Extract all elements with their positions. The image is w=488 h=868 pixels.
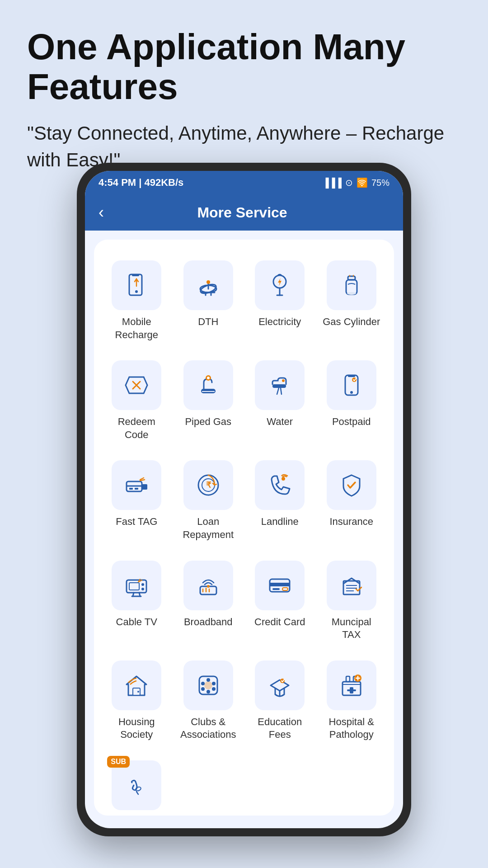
service-item-municipal-tax[interactable]: Muncipal TAX (318, 553, 385, 649)
education-fees-label: Education Fees (250, 716, 310, 741)
service-item-piped-gas[interactable]: Piped Gas (175, 353, 242, 448)
water-icon-box (255, 360, 305, 410)
credit-card-label: Credit Card (254, 616, 305, 629)
credit-card-icon-box (255, 561, 305, 610)
fast-tag-icon-box (112, 460, 161, 510)
subscription-fees-icon-box: SUB (112, 760, 161, 810)
service-item-cable-tv[interactable]: Cable TV (103, 553, 170, 649)
svg-point-20 (350, 391, 353, 394)
postpaid-label: Postpaid (332, 415, 371, 429)
svg-point-38 (207, 585, 210, 588)
mobile-recharge-icon-box (112, 260, 161, 310)
service-item-fast-tag[interactable]: Fast TAG (103, 453, 170, 548)
service-item-subscription-fees[interactable]: SUB SubscriptionFees (103, 753, 170, 816)
service-item-mobile-recharge[interactable]: MobileRecharge (103, 253, 170, 349)
service-item-broadband[interactable]: Broadband (175, 553, 242, 649)
water-label: Water (267, 415, 293, 429)
service-item-education-fees[interactable]: Education Fees (246, 653, 314, 749)
svg-point-29 (282, 477, 285, 481)
phone-inner: 4:54 PM | 492KB/s ▐▐▐ ⊙ 🛜 75% ‹ More Ser… (85, 171, 403, 828)
service-item-hospital-pathology[interactable]: Hospital &Pathology (318, 653, 385, 749)
svg-point-13 (207, 377, 210, 379)
hospital-pathology-label: Hospital &Pathology (329, 716, 374, 741)
svg-point-50 (205, 682, 212, 689)
dth-label: DTH (198, 316, 218, 329)
svg-rect-41 (272, 588, 280, 590)
redeem-code-label: Redeem Code (107, 415, 167, 441)
app-header: ‹ More Service (85, 194, 403, 231)
svg-point-51 (206, 678, 210, 682)
service-item-loan-repayment[interactable]: ₹ LoanRepayment (175, 453, 242, 548)
piped-gas-label: Piped Gas (185, 415, 231, 429)
electricity-icon-box (255, 260, 305, 310)
cable-tv-icon-box (112, 561, 161, 610)
svg-rect-62 (347, 689, 356, 691)
cable-tv-label: Cable TV (116, 616, 157, 629)
service-grid: MobileRecharge DTH (103, 253, 385, 816)
svg-point-9 (347, 292, 356, 295)
service-item-redeem-code[interactable]: Redeem Code (103, 353, 170, 448)
svg-point-48 (137, 691, 139, 693)
svg-rect-42 (282, 588, 288, 590)
wifi-icon: ⊙ (345, 177, 353, 188)
clubs-associations-label: Clubs &Associations (180, 716, 236, 741)
status-time: 4:54 PM | 492KB/s (99, 177, 183, 189)
service-item-housing-society[interactable]: Housing Society (103, 653, 170, 749)
svg-point-55 (201, 687, 205, 691)
broadband-label: Broadband (184, 616, 233, 629)
broadband-icon-box (183, 561, 233, 610)
landline-icon-box (255, 460, 305, 510)
hospital-pathology-icon-box (327, 660, 376, 710)
svg-point-33 (141, 588, 144, 590)
service-item-credit-card[interactable]: Credit Card (246, 553, 314, 649)
svg-rect-18 (348, 375, 355, 377)
svg-rect-25 (135, 488, 138, 490)
loan-repayment-icon-box: ₹ (183, 460, 233, 510)
svg-rect-59 (346, 676, 350, 682)
status-icons: ▐▐▐ ⊙ 🛜 75% (322, 177, 389, 188)
svg-rect-15 (272, 384, 286, 388)
gas-cylinder-icon-box (327, 260, 376, 310)
svg-rect-24 (129, 488, 133, 490)
page-header: One Application Many Features "Stay Conn… (0, 0, 488, 187)
service-item-insurance[interactable]: Insurance (318, 453, 385, 548)
loan-repayment-label: LoanRepayment (183, 515, 234, 541)
service-item-water[interactable]: Water (246, 353, 314, 448)
svg-point-53 (212, 687, 216, 691)
svg-rect-31 (129, 583, 139, 590)
service-item-dth[interactable]: DTH (175, 253, 242, 349)
service-item-gas-cylinder[interactable]: Gas Cylinder (318, 253, 385, 349)
service-item-electricity[interactable]: Electricity (246, 253, 314, 349)
piped-gas-icon-box (183, 360, 233, 410)
phone-mockup: 4:54 PM | 492KB/s ▐▐▐ ⊙ 🛜 75% ‹ More Ser… (77, 163, 411, 836)
svg-rect-22 (142, 484, 147, 490)
svg-text:₹: ₹ (206, 481, 211, 490)
fast-tag-label: Fast TAG (116, 515, 157, 528)
service-item-clubs-associations[interactable]: Clubs &Associations (175, 653, 242, 749)
svg-point-56 (201, 682, 205, 685)
status-bar: 4:54 PM | 492KB/s ▐▐▐ ⊙ 🛜 75% (85, 171, 403, 194)
svg-rect-8 (348, 276, 355, 280)
content-area: MobileRecharge DTH (94, 240, 394, 816)
wifi-signal-icon: 🛜 (357, 177, 368, 188)
svg-point-52 (212, 682, 216, 685)
housing-society-label: Housing Society (107, 716, 167, 741)
svg-rect-1 (132, 274, 139, 276)
svg-rect-40 (270, 583, 290, 586)
postpaid-icon-box (327, 360, 376, 410)
svg-point-54 (206, 690, 210, 693)
clubs-associations-icon-box (183, 660, 233, 710)
landline-label: Landline (261, 515, 299, 528)
housing-society-icon-box (112, 660, 161, 710)
svg-point-32 (141, 583, 144, 586)
svg-point-5 (206, 280, 210, 284)
back-button[interactable]: ‹ (99, 203, 104, 222)
service-item-landline[interactable]: Landline (246, 453, 314, 548)
page-title: One Application Many Features (27, 27, 461, 107)
battery-icon: 75% (371, 178, 389, 188)
svg-point-2 (135, 290, 138, 293)
gas-cylinder-label: Gas Cylinder (323, 316, 380, 329)
mobile-recharge-label: MobileRecharge (115, 316, 158, 341)
service-item-postpaid[interactable]: Postpaid (318, 353, 385, 448)
municipal-tax-icon-box (327, 561, 376, 610)
